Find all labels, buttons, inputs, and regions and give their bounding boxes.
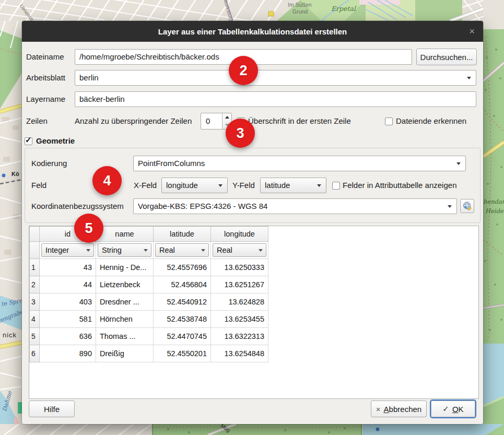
skip-rows-value: 0 [206,113,210,129]
layername-input[interactable]: bäcker-berlin [75,91,476,107]
preview-table[interactable]: id name latitude longitude Integer Strin… [29,226,268,362]
y-feld-select[interactable]: latitude [260,178,326,193]
cell-name[interactable]: Lietzenbeck [96,276,154,293]
cell-latitude[interactable]: 52.4557696 [154,259,211,276]
cell-latitude[interactable]: 52.4470745 [154,328,211,345]
cell-id[interactable]: 890 [40,345,96,362]
layername-label: Layername [26,91,65,107]
kbs-select[interactable]: Vorgabe-KBS: EPSG:4326 - WGS 84 [133,198,457,214]
type-value: Real [159,246,175,254]
chevron-down-icon [317,184,321,187]
browse-button-label: Durchsuchen... [420,53,473,62]
cell-longitude[interactable]: 13.6253455 [211,311,268,328]
cell-latitude[interactable]: 52.4550201 [154,345,211,362]
skip-rows-label: Anzahl zu überspringender Zeilen [75,113,192,129]
cancel-button[interactable]: × Abbrechen [371,401,427,417]
chevron-down-icon [456,162,461,165]
spin-up-icon[interactable] [222,113,231,121]
cell-name[interactable]: Dreißig [96,345,154,362]
cell-longitude[interactable]: 13.6254848 [211,345,268,362]
ok-button[interactable]: ✓ OK [431,401,475,417]
cell-longitude[interactable]: 13.6251267 [211,276,268,293]
cell-id[interactable]: 403 [40,293,96,311]
table-row[interactable]: 5 636 Thomas ... 52.4470745 13.6322313 [30,328,268,345]
help-button[interactable]: Hilfe [29,401,75,417]
feld-label: Feld [31,178,46,193]
dialog-title: Layer aus einer Tabellenkalkulationsdate… [158,27,347,36]
attr-table-label: Felder in Attributtabelle anzeigen [343,178,456,193]
step-badge-2: 2 [229,56,258,85]
cell-id[interactable]: 636 [40,328,96,345]
cell-latitude[interactable]: 52.4540912 [154,293,211,311]
row-number[interactable]: 4 [30,311,40,328]
detect-eof-label: Dateiende erkennen [396,113,466,129]
step-badge-3: 3 [226,119,255,148]
arbeitsblatt-value: berlin [79,73,99,82]
zeilen-label: Zeilen [26,113,48,129]
row-number[interactable]: 1 [30,259,40,276]
step-badge-5: 5 [74,214,103,243]
geometrie-label: Geometrie [36,133,75,149]
chevron-down-icon [259,249,263,252]
table-row[interactable]: 2 44 Lietzenbeck 52.456804 13.6251267 [30,276,268,293]
kodierung-select[interactable]: PointFromColumns [133,156,466,171]
dateiname-label: Dateiname [26,49,64,65]
help-button-label: Hilfe [44,405,60,414]
chevron-down-icon [201,249,205,252]
cell-id[interactable]: 44 [40,276,96,293]
cell-name[interactable]: Hörnchen [96,311,154,328]
map-left-strip [0,21,22,435]
map-right-strip [483,0,504,435]
cancel-button-label: Abbrechen [384,405,422,414]
cell-name[interactable]: Thomas ... [96,328,154,345]
detect-eof-checkbox[interactable] [385,117,393,125]
geometrie-checkbox[interactable]: ✓ [25,137,32,145]
cell-id[interactable]: 581 [40,311,96,328]
step-badge-4: 4 [92,166,122,195]
cell-longitude[interactable]: 13.6322313 [211,328,268,345]
x-feld-label: X-Feld [134,178,157,193]
x-feld-select[interactable]: longitude [161,178,228,193]
chevron-down-icon [467,77,471,79]
cell-name[interactable]: Dresdner ... [96,293,154,311]
row-number[interactable]: 5 [30,328,40,345]
type-value: Integer [45,246,69,254]
chevron-down-icon [144,249,148,252]
crs-picker-button[interactable] [460,199,474,213]
arbeitsblatt-label: Arbeitsblatt [26,70,65,86]
y-feld-label: Y-Feld [232,178,255,193]
table-row[interactable]: 4 581 Hörnchen 52.4538748 13.6253455 [30,311,268,328]
type-combo-longitude[interactable]: Real [213,243,266,257]
type-combo-name[interactable]: String [98,243,151,257]
kbs-value: Vorgabe-KBS: EPSG:4326 - WGS 84 [138,202,267,210]
row-number[interactable]: 3 [30,293,40,311]
table-row[interactable]: 3 403 Dresdner ... 52.4540912 13.624828 [30,293,268,311]
chevron-down-icon [448,205,452,208]
cell-longitude[interactable]: 13.624828 [211,293,268,311]
type-combo-id[interactable]: Integer [41,243,94,257]
col-header-longitude[interactable]: longitude [211,227,268,242]
cell-latitude[interactable]: 52.456804 [154,276,211,293]
kbs-label: Koordinatenbezugssystem [31,198,124,214]
row-number[interactable]: 2 [30,276,40,293]
arbeitsblatt-select[interactable]: berlin [75,70,476,86]
header-first-row-label: Überschrift in der ersten Zeile [248,113,351,129]
col-header-latitude[interactable]: latitude [154,227,211,242]
close-icon[interactable]: × [469,21,475,42]
col-header-name[interactable]: name [96,227,154,242]
table-row[interactable]: 6 890 Dreißig 52.4550201 13.6254848 [30,345,268,362]
attr-table-checkbox[interactable] [332,182,340,190]
table-row[interactable]: 1 43 Hennig - De... 52.4557696 13.625033… [30,259,268,276]
cell-longitude[interactable]: 13.6250333 [211,259,268,276]
browse-button[interactable]: Durchsuchen... [416,49,477,65]
globe-edit-icon [462,201,473,211]
dialog-titlebar[interactable]: Layer aus einer Tabellenkalkulationsdate… [22,21,483,42]
cell-name[interactable]: Hennig - De... [96,259,154,276]
row-number[interactable]: 6 [30,345,40,362]
kodierung-value: PointFromColumns [138,159,205,168]
type-combo-latitude[interactable]: Real [155,243,209,257]
ok-check-icon: ✓ [442,404,449,414]
cell-id[interactable]: 43 [40,259,96,276]
cell-latitude[interactable]: 52.4538748 [154,311,211,328]
type-row: Integer String Real Real [30,242,268,259]
